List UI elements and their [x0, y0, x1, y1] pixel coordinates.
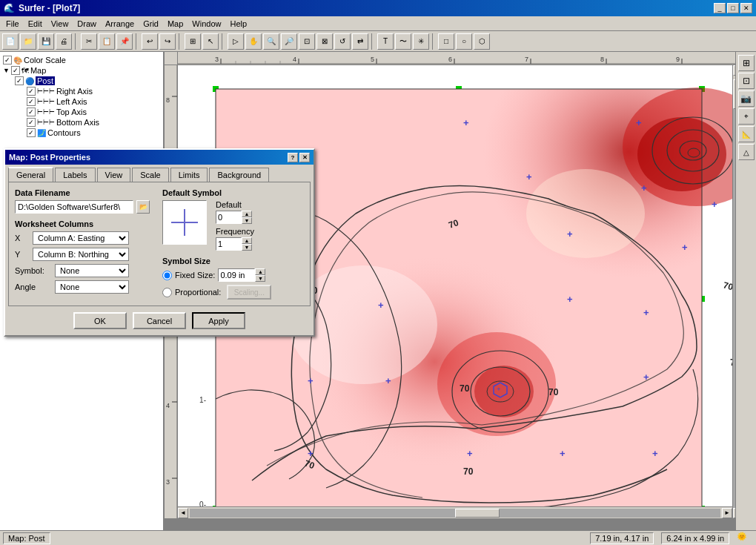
- default-dec-button[interactable]: ▼: [242, 217, 252, 224]
- apply-button[interactable]: Apply: [192, 312, 245, 329]
- frequency-dec-button[interactable]: ▼: [242, 244, 252, 251]
- tree-expand-map[interactable]: ▼: [3, 67, 10, 74]
- tab-scale[interactable]: Scale: [132, 168, 169, 182]
- dialog-close-button[interactable]: ✕: [299, 153, 310, 162]
- tab-labels[interactable]: Labels: [55, 168, 95, 182]
- y-column-select[interactable]: Column B: Northing: [33, 248, 129, 261]
- undo-button[interactable]: ↩: [142, 33, 158, 50]
- tree-item-map[interactable]: ▼ 🗺 Map: [3, 65, 160, 76]
- svg-text:+: +: [641, 182, 647, 194]
- arrow-btn[interactable]: ↖: [202, 33, 219, 50]
- tree-checkbox-left-axis[interactable]: [27, 97, 36, 106]
- frequency-inc-button[interactable]: ▲: [242, 237, 252, 244]
- tree-item-colorscale[interactable]: 🎨 Color Scale: [3, 55, 160, 65]
- tree-item-post[interactable]: 🔵 Post: [15, 76, 160, 86]
- proportional-radio[interactable]: [162, 288, 172, 297]
- rt-btn-2[interactable]: ⊡: [738, 73, 755, 89]
- ellipse-btn[interactable]: ○: [456, 33, 472, 50]
- default-spinbox-label: Default: [216, 200, 254, 209]
- minimize-button[interactable]: _: [714, 3, 726, 13]
- rect-btn[interactable]: □: [438, 33, 454, 50]
- menu-file[interactable]: File: [1, 18, 24, 30]
- asterisk-btn[interactable]: ✳: [413, 33, 429, 50]
- copy-button[interactable]: 📋: [99, 33, 115, 50]
- zoom-fit-btn[interactable]: ⊡: [299, 33, 315, 50]
- fixed-size-radio[interactable]: [162, 271, 172, 280]
- tree-checkbox-post[interactable]: [15, 76, 24, 85]
- new-button[interactable]: 📄: [2, 33, 19, 50]
- tab-background[interactable]: Background: [209, 168, 269, 182]
- dialog-help-button[interactable]: ?: [288, 153, 298, 162]
- open-button[interactable]: 📁: [20, 33, 36, 50]
- browse-button[interactable]: 📂: [136, 200, 150, 214]
- tree-item-left-axis[interactable]: ⊢⊢⊢ Left Axis: [27, 96, 160, 107]
- redo-button[interactable]: ↪: [159, 33, 176, 50]
- default-inc-button[interactable]: ▲: [242, 211, 252, 217]
- scroll-right-button[interactable]: ►: [722, 508, 732, 518]
- close-button[interactable]: ✕: [740, 3, 752, 13]
- pan-btn[interactable]: ✋: [245, 33, 262, 50]
- rt-btn-4[interactable]: ⌖: [738, 108, 755, 125]
- tab-general[interactable]: General: [8, 167, 53, 182]
- tree-checkbox-map[interactable]: [11, 66, 20, 75]
- default-value-input[interactable]: [216, 211, 242, 224]
- menu-grid[interactable]: Grid: [139, 18, 163, 30]
- dialog-post-properties[interactable]: Map: Post Properties ? ✕ General Labels …: [4, 148, 315, 337]
- menu-draw[interactable]: Draw: [73, 18, 101, 30]
- frequency-value-input[interactable]: [216, 237, 242, 251]
- pan2-btn[interactable]: ⇄: [352, 33, 368, 50]
- tree-checkbox-top-axis[interactable]: [27, 108, 36, 116]
- select-btn[interactable]: ▷: [228, 33, 244, 50]
- menu-window[interactable]: Window: [188, 18, 225, 30]
- menu-arrange[interactable]: Arrange: [101, 18, 139, 30]
- fixed-size-inc[interactable]: ▲: [255, 268, 265, 275]
- scroll-thumb-h[interactable]: [455, 509, 500, 518]
- zoom-100-btn[interactable]: ⊠: [316, 33, 333, 50]
- data-filename-input[interactable]: [15, 200, 133, 214]
- text-btn[interactable]: T: [377, 33, 394, 50]
- menu-view[interactable]: View: [47, 18, 73, 30]
- tab-view[interactable]: View: [97, 168, 131, 182]
- save-button[interactable]: 💾: [38, 33, 54, 50]
- tree-item-top-axis[interactable]: ⊢⊢⊢ Top Axis: [27, 107, 160, 117]
- rt-btn-3[interactable]: 📷: [738, 90, 755, 107]
- tree-checkbox-bottom-axis[interactable]: [27, 118, 36, 127]
- menu-help[interactable]: Help: [225, 18, 251, 30]
- tree-item-contours[interactable]: 🗾 Contours: [27, 128, 160, 138]
- rt-btn-1[interactable]: ⊞: [738, 55, 755, 71]
- menu-map[interactable]: Map: [163, 18, 188, 30]
- tree-checkbox-right-axis[interactable]: [27, 87, 36, 96]
- symbol-select[interactable]: None: [55, 264, 129, 277]
- refresh-btn[interactable]: ↺: [334, 33, 351, 50]
- menu-edit[interactable]: Edit: [24, 18, 47, 30]
- ok-button[interactable]: OK: [73, 312, 127, 329]
- paste-button[interactable]: 📌: [116, 33, 133, 50]
- right-toolbar: ⊞ ⊡ 📷 ⌖ 📐 △: [735, 52, 756, 530]
- rt-btn-6[interactable]: △: [738, 144, 755, 160]
- zoom-out-btn[interactable]: 🔎: [281, 33, 297, 50]
- x-column-select[interactable]: Column A: Easting: [33, 231, 129, 245]
- shape-btn[interactable]: ⬡: [474, 33, 490, 50]
- tree-item-bottom-axis[interactable]: ⊢⊢⊢ Bottom Axis: [27, 117, 160, 128]
- grid-btn[interactable]: ⊞: [185, 33, 201, 50]
- scaling-button[interactable]: Scaling...: [227, 285, 271, 300]
- maximize-button[interactable]: □: [727, 3, 739, 13]
- fixed-size-dec[interactable]: ▼: [255, 275, 265, 282]
- cancel-button[interactable]: Cancel: [133, 312, 186, 329]
- scrollbar-bottom[interactable]: ◄ ►: [178, 506, 732, 518]
- svg-text:+: +: [467, 448, 473, 459]
- angle-select[interactable]: None: [55, 280, 129, 294]
- tree-checkbox-contours[interactable]: [27, 128, 36, 137]
- svg-text:70: 70: [463, 466, 474, 477]
- tab-limits[interactable]: Limits: [170, 168, 208, 182]
- print-button[interactable]: 🖨: [56, 33, 72, 50]
- cut-button[interactable]: ✂: [81, 33, 97, 50]
- rt-btn-5[interactable]: 📐: [738, 126, 755, 142]
- tree-item-right-axis[interactable]: ⊢⊢⊢ Right Axis: [27, 86, 160, 96]
- wave-btn[interactable]: 〜: [395, 33, 411, 50]
- tree-label-left-axis: Left Axis: [56, 97, 87, 106]
- zoom-in-btn[interactable]: 🔍: [263, 33, 279, 50]
- fixed-size-input[interactable]: [218, 268, 255, 282]
- scroll-left-button[interactable]: ◄: [178, 508, 188, 518]
- tree-checkbox-colorscale[interactable]: [3, 56, 12, 65]
